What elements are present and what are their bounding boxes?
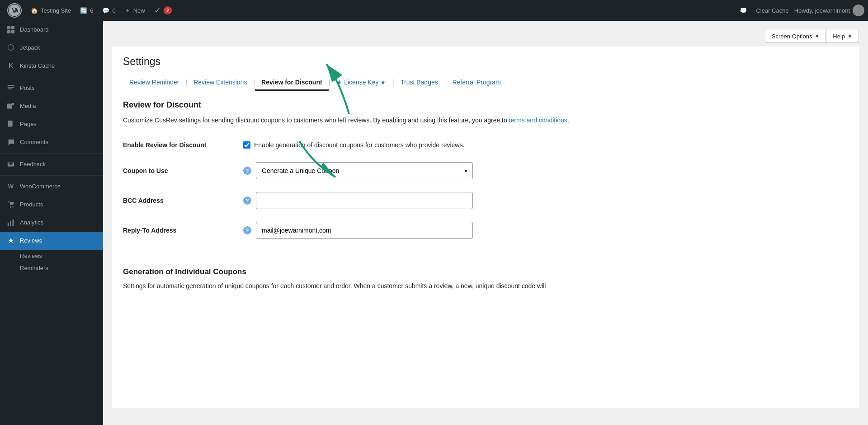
enable-cell: Enable generation of discount coupons fo… [241, 134, 848, 156]
tab-review-reminder[interactable]: Review Reminder [123, 75, 185, 91]
media-icon [6, 102, 15, 111]
svg-rect-2 [11, 26, 14, 29]
clear-cache-button[interactable]: Clear Cache [756, 7, 788, 14]
svg-rect-4 [11, 30, 14, 33]
bcc-label: BCC Address [123, 186, 241, 215]
user-info[interactable]: Howdy, joewarnimont [794, 5, 864, 16]
terms-link[interactable]: terms and conditions [509, 117, 567, 124]
svg-rect-11 [9, 122, 12, 122]
updates-button[interactable]: 🔄 6 [76, 5, 97, 16]
svg-rect-12 [9, 123, 12, 123]
sidebar: Dashboard ⬡ Jetpack K Kinsta Cache Posts [0, 21, 103, 425]
generation-section: Generation of Individual Coupons Setting… [123, 258, 848, 291]
menu-separator-3 [0, 175, 103, 176]
sidebar-item-media-label: Media [20, 102, 36, 110]
sidebar-item-feedback-label: Feedback [20, 160, 46, 168]
tab-license-key[interactable]: ★ License Key ★ [330, 75, 392, 91]
sidebar-item-woocommerce-label: WooCommerce [20, 182, 61, 191]
menu-separator-1 [0, 77, 103, 77]
coupon-select[interactable]: Generate a Unique Coupon [256, 162, 473, 179]
sidebar-item-posts[interactable]: Posts [0, 79, 103, 97]
sidebar-item-kinsta-label: Kinsta Cache [20, 62, 55, 70]
sidebar-item-analytics[interactable]: Analytics [0, 214, 103, 232]
site-name-button[interactable]: 🏠 Testing Site [27, 5, 75, 16]
tab-trust-badges[interactable]: Trust Badges [394, 75, 444, 91]
help-button[interactable]: Help ▼ [826, 30, 859, 43]
sidebar-subitem-reviews[interactable]: Reviews [0, 250, 103, 262]
sidebar-item-products[interactable]: Products [0, 196, 103, 214]
replyto-input[interactable] [256, 222, 473, 239]
settings-form: Enable Review for Discount Enable genera… [123, 134, 848, 245]
screen-options-chevron: ▼ [815, 34, 819, 39]
main-content: Screen Options ▼ Help ▼ Settings Review … [103, 21, 868, 425]
sidebar-item-pages-label: Pages [20, 120, 37, 128]
comments-icon: 💬 [102, 7, 109, 14]
vaultpress-button[interactable]: ✓ 2 [151, 4, 175, 17]
menu-separator-2 [0, 153, 103, 154]
tab-review-for-discount[interactable]: Review for Discount [255, 75, 329, 91]
reviews-icon: ★ [6, 236, 15, 245]
coupon-help-icon[interactable]: ? [243, 167, 251, 175]
replyto-label: Reply-To Address [123, 215, 241, 245]
svg-rect-3 [7, 30, 10, 33]
products-icon [6, 200, 15, 209]
sidebar-item-comments[interactable]: Comments [0, 133, 103, 151]
sidebar-item-jetpack[interactable]: ⬡ Jetpack [0, 39, 103, 57]
sidebar-item-pages[interactable]: Pages [0, 115, 103, 133]
sidebar-item-dashboard[interactable]: Dashboard [0, 21, 103, 39]
generation-title: Generation of Individual Coupons [123, 267, 848, 276]
coupon-cell: ? Generate a Unique Coupon ▾ [241, 156, 848, 186]
svg-point-14 [10, 206, 11, 208]
section-description: Customize CusRev settings for sending di… [123, 115, 848, 125]
vaultpress-icon: ✓ [154, 5, 161, 15]
sidebar-item-kinsta[interactable]: K Kinsta Cache [0, 57, 103, 75]
tab-review-extensions[interactable]: Review Extensions [187, 75, 253, 91]
dashboard-icon [6, 25, 15, 34]
sidebar-item-posts-label: Posts [20, 84, 35, 92]
coupon-label: Coupon to Use [123, 156, 241, 186]
posts-icon [6, 84, 15, 93]
svg-rect-16 [8, 223, 9, 226]
bubble-icon[interactable]: 💭 [736, 5, 750, 16]
sidebar-item-dashboard-label: Dashboard [20, 26, 49, 34]
sidebar-item-woocommerce[interactable]: W WooCommerce [0, 177, 103, 196]
new-content-button[interactable]: ＋ New [121, 5, 149, 16]
svg-rect-18 [13, 220, 14, 226]
enable-checkbox-wrapper: Enable generation of discount coupons fo… [243, 141, 845, 149]
bcc-input[interactable] [256, 192, 473, 209]
svg-rect-7 [8, 89, 12, 89]
settings-tabs: Review Reminder | Review Extensions | Re… [123, 75, 848, 91]
admin-bar: 🏠 Testing Site 🔄 6 💬 0 ＋ New ✓ 2 💭 Clear… [0, 0, 868, 21]
woocommerce-icon: W [6, 182, 15, 191]
help-label: Help [833, 33, 845, 40]
comments-button[interactable]: 💬 0 [99, 5, 119, 16]
svg-rect-1 [7, 26, 10, 29]
admin-menu: Dashboard ⬡ Jetpack K Kinsta Cache Posts [0, 21, 103, 274]
screen-options-button[interactable]: Screen Options ▼ [765, 30, 826, 43]
bcc-help-icon[interactable]: ? [243, 196, 251, 205]
svg-rect-5 [8, 85, 14, 86]
sidebar-item-jetpack-label: Jetpack [20, 44, 40, 52]
sidebar-item-reviews-label: Reviews [20, 237, 42, 245]
tab-referral-program[interactable]: Referral Program [446, 75, 507, 91]
comments-sidebar-icon [6, 138, 15, 147]
content-area: Review for Discount Customize CusRev set… [123, 100, 848, 291]
page-title: Settings [123, 56, 848, 68]
sidebar-item-media[interactable]: Media [0, 97, 103, 115]
settings-wrap: Settings Review Reminder | Review Extens… [112, 47, 859, 408]
replyto-help-icon[interactable]: ? [243, 226, 251, 234]
sidebar-item-comments-label: Comments [20, 138, 48, 146]
wp-logo-button[interactable] [4, 1, 25, 19]
kinsta-icon: K [6, 61, 15, 70]
enable-label: Enable Review for Discount [123, 134, 241, 156]
enable-checkbox-label: Enable generation of discount coupons fo… [254, 141, 464, 149]
sidebar-item-reviews[interactable]: ★ Reviews [0, 232, 103, 250]
enable-checkbox[interactable] [243, 141, 250, 149]
sidebar-item-feedback[interactable]: Feedback [0, 155, 103, 173]
sidebar-item-products-label: Products [20, 201, 43, 209]
replyto-row: Reply-To Address ? [123, 215, 848, 245]
section-title: Review for Discount [123, 100, 848, 110]
sidebar-subitem-reminders[interactable]: Reminders [0, 262, 103, 274]
pages-icon [6, 120, 15, 129]
replyto-cell: ? [241, 215, 848, 245]
